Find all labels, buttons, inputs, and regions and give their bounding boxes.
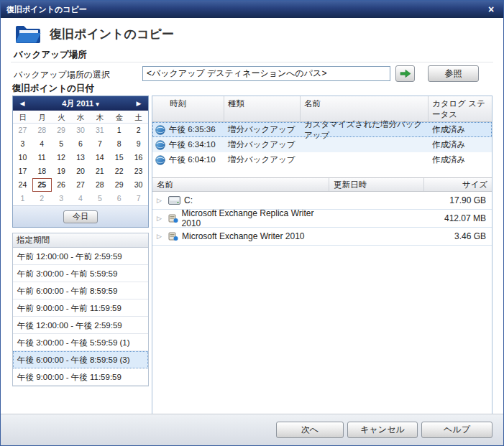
calendar-day[interactable]: 30 [129, 178, 148, 192]
content-row[interactable]: ▷ C: 17.90 GB [152, 192, 492, 210]
calendar-day[interactable]: 6 [71, 137, 91, 151]
content-name: C: [184, 195, 193, 205]
calendar-next-icon[interactable]: ▶ [132, 100, 145, 107]
time-range-item[interactable]: 午前 3:00:00 - 午前 5:59:59 [13, 265, 148, 282]
calendar-day[interactable]: 28 [90, 178, 109, 192]
rp-time: 午後 6:35:36 [169, 124, 216, 135]
time-range-header: 指定期間 [13, 233, 148, 248]
browse-button[interactable]: 参照 [428, 65, 479, 82]
recovery-point-icon [155, 155, 165, 165]
calendar-month-label[interactable]: 4月 2011 ▾ [29, 98, 132, 109]
backup-path-input[interactable] [142, 66, 390, 81]
recovery-date-label: 復旧ポイントの日付 [12, 83, 94, 95]
weekday-label: 土 [129, 111, 148, 124]
column-header-time: 時刻 [152, 96, 224, 121]
section-separator [11, 62, 493, 62]
calendar-day[interactable]: 24 [13, 178, 32, 192]
time-range-item[interactable]: 午後 9:00:00 - 午後 11:59:59 [13, 368, 148, 386]
calendar-day[interactable]: 7 [90, 137, 109, 151]
calendar-day[interactable]: 28 [32, 124, 52, 137]
contents-table-header: 名前 更新日時 サイズ [152, 177, 492, 192]
recovery-point-icon [155, 140, 165, 150]
cancel-button[interactable]: キャンセル [347, 422, 418, 438]
rp-name: カスタマイズされた増分バックアップ [301, 119, 429, 141]
exchange-writer-icon [168, 213, 178, 223]
recovery-point-panel: 時刻 種類 名前 カタログ ステータス 午後 6:35:36 増分バックアップ … [152, 96, 492, 414]
weekday-label: 日 [13, 111, 32, 124]
weekday-label: 金 [109, 111, 129, 124]
calendar-day[interactable]: 12 [52, 151, 71, 164]
calendar-day[interactable]: 9 [129, 137, 148, 151]
calendar-day-selected[interactable]: 25 [32, 178, 52, 192]
next-button[interactable]: 次へ [276, 422, 344, 438]
calendar-day[interactable]: 1 [109, 124, 129, 137]
recovery-point-row[interactable]: 午後 6:35:36 増分バックアップ カスタマイズされた増分バックアップ 作成… [152, 122, 492, 137]
column-header-catalog-status: カタログ ステータス [429, 96, 492, 121]
calendar-day[interactable]: 29 [52, 124, 71, 137]
content-row[interactable]: ▷ Microsoft Exchange Writer 2010 3.46 GB [152, 228, 492, 246]
calendar-day[interactable]: 4 [32, 137, 52, 151]
backup-location-label: バックアップ場所の選択 [14, 69, 110, 81]
window-title: 復旧ポイントのコピー [6, 4, 485, 15]
calendar-day[interactable]: 27 [71, 178, 91, 192]
calendar: ◀ 4月 2011 ▾ ▶ 日 月 火 水 木 金 土 27 28 29 30 … [12, 96, 149, 228]
calendar-day[interactable]: 10 [13, 151, 32, 164]
time-range-item[interactable]: 午後 3:00:00 - 午後 5:59:59 (1) [13, 334, 148, 351]
time-range-item[interactable]: 午前 9:00:00 - 午前 11:59:59 [13, 299, 148, 317]
calendar-day[interactable]: 19 [52, 164, 71, 178]
time-range-item[interactable]: 午後 12:00:00 - 午後 2:59:59 [13, 317, 148, 334]
calendar-header: ◀ 4月 2011 ▾ ▶ [13, 96, 148, 111]
calendar-day[interactable]: 8 [109, 137, 129, 151]
today-button[interactable]: 今日 [63, 210, 98, 223]
calendar-day[interactable]: 5 [90, 192, 109, 205]
expand-icon[interactable]: ▷ [157, 197, 165, 204]
calendar-grid: 27 28 29 30 31 1 2 3 4 5 6 7 8 9 10 11 1… [13, 124, 148, 205]
calendar-day[interactable]: 3 [13, 137, 32, 151]
calendar-day[interactable]: 13 [71, 151, 91, 164]
calendar-day[interactable]: 23 [129, 164, 148, 178]
calendar-day[interactable]: 21 [90, 164, 109, 178]
time-range-item[interactable]: 午前 6:00:00 - 午前 8:59:59 [13, 282, 148, 299]
title-bar: 復旧ポイントのコピー × [1, 1, 503, 18]
calendar-day[interactable]: 2 [32, 192, 52, 205]
time-range-item-selected[interactable]: 午後 6:00:00 - 午後 8:59:59 (3) [13, 351, 148, 368]
calendar-prev-icon[interactable]: ◀ [16, 100, 29, 107]
calendar-day[interactable]: 22 [109, 164, 129, 178]
recovery-point-row[interactable]: 午後 6:04:10 増分バックアップ 作成済み [152, 152, 492, 167]
calendar-day[interactable]: 6 [109, 192, 129, 205]
content-size: 17.90 GB [424, 195, 492, 205]
expand-icon[interactable]: ▷ [157, 215, 165, 222]
calendar-day[interactable]: 18 [32, 164, 52, 178]
rp-time: 午後 6:34:10 [169, 139, 216, 150]
calendar-day[interactable]: 26 [52, 178, 71, 192]
rp-status: 作成済み [429, 154, 492, 165]
green-arrow-icon [400, 69, 411, 78]
time-range-item[interactable]: 午前 12:00:00 - 午前 2:59:59 [13, 248, 148, 265]
calendar-day[interactable]: 14 [90, 151, 109, 164]
calendar-day[interactable]: 4 [71, 192, 91, 205]
calendar-day[interactable]: 27 [13, 124, 32, 137]
weekday-label: 月 [32, 111, 52, 124]
go-arrow-button[interactable] [395, 65, 415, 82]
backup-location-section-label: バックアップ場所 [14, 49, 87, 61]
content-row[interactable]: ▷ Microsoft Exchange Replica Writer 2010… [152, 210, 492, 228]
calendar-day[interactable]: 1 [13, 192, 32, 205]
calendar-day[interactable]: 17 [13, 164, 32, 178]
calendar-day[interactable]: 11 [32, 151, 52, 164]
calendar-day[interactable]: 31 [90, 124, 109, 137]
close-icon[interactable]: × [485, 3, 498, 16]
calendar-day[interactable]: 3 [52, 192, 71, 205]
calendar-day[interactable]: 16 [129, 151, 148, 164]
dropdown-arrow-icon: ▾ [96, 101, 99, 108]
calendar-day[interactable]: 29 [109, 178, 129, 192]
calendar-day[interactable]: 7 [129, 192, 148, 205]
calendar-day[interactable]: 30 [71, 124, 91, 137]
calendar-day[interactable]: 15 [109, 151, 129, 164]
expand-icon[interactable]: ▷ [157, 233, 165, 240]
help-button[interactable]: ヘルプ [421, 422, 492, 438]
rp-type: 増分バックアップ [224, 139, 301, 150]
calendar-day[interactable]: 5 [52, 137, 71, 151]
calendar-day[interactable]: 20 [71, 164, 91, 178]
time-range-list: 指定期間 午前 12:00:00 - 午前 2:59:59 午前 3:00:00… [12, 233, 149, 386]
calendar-day[interactable]: 2 [129, 124, 148, 137]
